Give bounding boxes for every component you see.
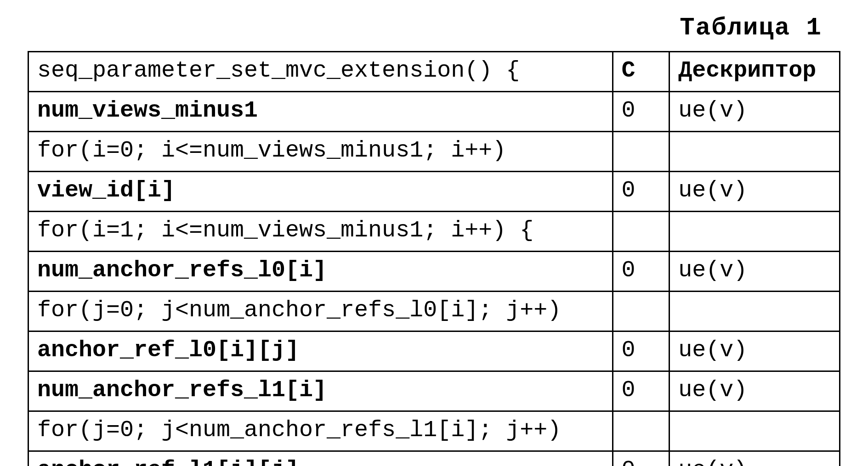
descriptor-cell: ue(v) [669,331,840,371]
table-header-row: seq_parameter_set_mvc_extension() { C Де… [28,52,840,92]
syntax-cell: anchor_ref_l0[i][j] [28,331,613,371]
header-syntax: seq_parameter_set_mvc_extension() { [28,52,613,92]
syntax-cell: num_anchor_refs_l0[i] [28,252,613,292]
c-cell [613,132,669,172]
descriptor-cell: ue(v) [669,172,840,212]
table-row: anchor_ref_l1[i][j] 0 ue(v) [28,451,840,466]
descriptor-cell [669,411,840,451]
table-row: num_anchor_refs_l0[i] 0 ue(v) [28,252,840,292]
c-cell: 0 [613,331,669,371]
descriptor-cell: ue(v) [669,92,840,132]
table-row: for(j=0; j<num_anchor_refs_l0[i]; j++) [28,292,840,331]
syntax-cell: num_anchor_refs_l1[i] [28,371,613,411]
syntax-table: seq_parameter_set_mvc_extension() { C Де… [28,51,840,466]
c-cell [613,292,669,331]
c-cell: 0 [613,172,669,212]
c-cell: 0 [613,371,669,411]
descriptor-cell [669,132,840,172]
syntax-cell: for(j=0; j<num_anchor_refs_l0[i]; j++) [28,292,613,331]
syntax-cell: anchor_ref_l1[i][j] [28,451,613,466]
document-page: Таблица 1 seq_parameter_set_mvc_extensio… [0,0,868,466]
syntax-cell: view_id[i] [28,172,613,212]
table-row: for(i=0; i<=num_views_minus1; i++) [28,132,840,172]
c-cell: 0 [613,92,669,132]
table-row: num_anchor_refs_l1[i] 0 ue(v) [28,371,840,411]
c-cell: 0 [613,252,669,292]
descriptor-cell [669,292,840,331]
header-c: C [613,52,669,92]
descriptor-cell: ue(v) [669,371,840,411]
table-body: num_views_minus1 0 ue(v) for(i=0; i<=num… [28,92,840,466]
c-cell [613,411,669,451]
descriptor-cell: ue(v) [669,451,840,466]
syntax-cell: for(i=1; i<=num_views_minus1; i++) { [28,212,613,252]
table-row: num_views_minus1 0 ue(v) [28,92,840,132]
table-row: for(i=1; i<=num_views_minus1; i++) { [28,212,840,252]
table-row: for(j=0; j<num_anchor_refs_l1[i]; j++) [28,411,840,451]
syntax-cell: num_views_minus1 [28,92,613,132]
header-descriptor: Дескриптор [669,52,840,92]
c-cell: 0 [613,451,669,466]
table-row: anchor_ref_l0[i][j] 0 ue(v) [28,331,840,371]
table-row: view_id[i] 0 ue(v) [28,172,840,212]
descriptor-cell [669,212,840,252]
c-cell [613,212,669,252]
syntax-cell: for(i=0; i<=num_views_minus1; i++) [28,132,613,172]
descriptor-cell: ue(v) [669,252,840,292]
syntax-cell: for(j=0; j<num_anchor_refs_l1[i]; j++) [28,411,613,451]
table-caption: Таблица 1 [28,14,822,42]
